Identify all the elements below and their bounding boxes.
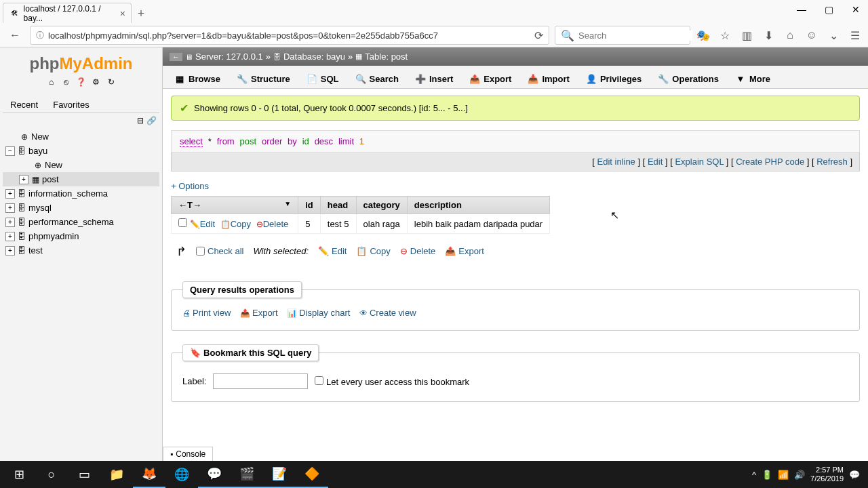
tree-new[interactable]: ⊕ New bbox=[3, 129, 159, 144]
bulk-export-button[interactable]: 📤Export bbox=[445, 246, 484, 256]
skype-icon[interactable]: 💬 bbox=[198, 461, 231, 488]
create-view-link[interactable]: 👁Create view bbox=[359, 308, 416, 318]
system-tray[interactable]: ^ 🔋 📶 🔊 2:57 PM 7/26/2019 💬 bbox=[752, 466, 865, 483]
collapse-all-icon[interactable]: ⊟ bbox=[137, 116, 144, 125]
expand-icon[interactable]: + bbox=[5, 218, 15, 227]
bulk-delete-button[interactable]: ⊖Delete bbox=[400, 246, 436, 256]
create-php-link[interactable]: Create PHP code bbox=[736, 157, 804, 167]
favorites-tab[interactable]: Favorites bbox=[45, 96, 96, 113]
home-icon[interactable]: ⌂ bbox=[783, 28, 797, 43]
row-checkbox[interactable] bbox=[178, 218, 187, 227]
tab-insert[interactable]: ➕Insert bbox=[408, 68, 460, 88]
logout-icon[interactable]: ⎋ bbox=[60, 76, 73, 88]
tab-privileges[interactable]: 👤Privileges bbox=[578, 68, 649, 88]
browser-search[interactable]: 🔍 bbox=[555, 26, 690, 45]
print-view-link[interactable]: 🖨Print view bbox=[182, 308, 231, 318]
tray-chevron-icon[interactable]: ^ bbox=[752, 470, 756, 480]
clock[interactable]: 2:57 PM 7/26/2019 bbox=[810, 466, 844, 483]
collapse-icon[interactable]: − bbox=[5, 146, 15, 156]
firefox-icon[interactable]: 🦊 bbox=[133, 461, 165, 488]
tree-db-mysql[interactable]: + 🗄 mysql bbox=[3, 201, 159, 215]
breadcrumb-back-icon[interactable]: ← bbox=[170, 53, 182, 61]
cell-description[interactable]: lebih baik padam daripada pudar bbox=[407, 214, 549, 234]
edit-inline-link[interactable]: Edit inline bbox=[597, 157, 635, 167]
bc-server[interactable]: Server: 127.0.0.1 bbox=[195, 52, 263, 62]
maximize-button[interactable]: ▢ bbox=[819, 3, 838, 16]
battery-icon[interactable]: 🔋 bbox=[762, 470, 772, 480]
tab-import[interactable]: 📥Import bbox=[520, 68, 576, 88]
xampp-icon[interactable]: 🔶 bbox=[296, 461, 328, 488]
edit-link[interactable]: Edit bbox=[648, 157, 663, 167]
row-edit-button[interactable]: ✏️Edit bbox=[190, 219, 215, 229]
tab-more[interactable]: ▼More bbox=[728, 68, 778, 88]
display-chart-link[interactable]: 📊Display chart bbox=[287, 308, 350, 318]
url-input[interactable] bbox=[48, 30, 534, 41]
col-id[interactable]: id bbox=[298, 197, 321, 214]
expand-icon[interactable]: + bbox=[5, 203, 15, 213]
tree-db-phpmyadmin[interactable]: + 🗄 phpmyadmin bbox=[3, 229, 159, 243]
close-window-button[interactable]: ✕ bbox=[846, 3, 865, 16]
settings-icon[interactable]: ⚙ bbox=[90, 76, 102, 88]
tree-db-performance-schema[interactable]: + 🗄 performance_schema bbox=[3, 215, 159, 229]
account-icon[interactable]: ☺ bbox=[804, 28, 819, 43]
browser-tab[interactable]: 🛠 localhost / 127.0.0.1 / bay... × bbox=[3, 3, 132, 23]
options-toggle[interactable]: + Options bbox=[171, 181, 209, 191]
cell-category[interactable]: olah raga bbox=[356, 214, 407, 234]
cortana-button[interactable]: ○ bbox=[35, 461, 68, 488]
new-tab-button[interactable]: + bbox=[132, 4, 151, 23]
cell-head[interactable]: test 5 bbox=[320, 214, 356, 234]
wifi-icon[interactable]: 📶 bbox=[778, 470, 789, 480]
link-icon[interactable]: 🔗 bbox=[146, 116, 157, 125]
bookmark-star-icon[interactable]: ☆ bbox=[717, 28, 732, 43]
refresh-link[interactable]: Refresh bbox=[816, 157, 848, 167]
expand-icon[interactable]: + bbox=[5, 232, 15, 241]
tab-structure[interactable]: 🔧Structure bbox=[229, 68, 298, 88]
check-all-checkbox[interactable] bbox=[196, 247, 205, 256]
minimize-button[interactable]: — bbox=[792, 3, 811, 16]
tab-operations[interactable]: 🔧Operations bbox=[650, 68, 726, 88]
expand-icon[interactable]: + bbox=[5, 189, 15, 199]
tab-search[interactable]: 🔍Search bbox=[348, 68, 406, 88]
row-copy-button[interactable]: 📋Copy bbox=[220, 219, 251, 229]
pma-logo[interactable]: phpMyAdmin ⌂ ⎋ ❓ ⚙ ↻ bbox=[3, 52, 159, 92]
task-view-button[interactable]: ▭ bbox=[68, 461, 100, 488]
expand-icon[interactable]: + bbox=[19, 175, 28, 184]
notifications-icon[interactable]: 💬 bbox=[849, 470, 860, 480]
bc-database[interactable]: Database: bayu bbox=[283, 52, 345, 62]
explain-sql-link[interactable]: Explain SQL bbox=[675, 157, 724, 167]
reload-nav-icon[interactable]: ↻ bbox=[105, 76, 117, 88]
row-delete-button[interactable]: ⊖Delete bbox=[256, 219, 289, 229]
bookmark-public-checkbox[interactable] bbox=[315, 376, 323, 385]
start-button[interactable]: ⊞ bbox=[3, 461, 35, 488]
search-input[interactable] bbox=[578, 30, 692, 41]
home-link-icon[interactable]: ⌂ bbox=[45, 76, 58, 88]
bulk-edit-button[interactable]: ✏️Edit bbox=[318, 246, 347, 256]
library-icon[interactable]: ▥ bbox=[739, 28, 754, 43]
sublime-icon[interactable]: 📝 bbox=[263, 461, 296, 488]
volume-icon[interactable]: 🔊 bbox=[794, 470, 805, 480]
recent-tab[interactable]: Recent bbox=[3, 96, 45, 113]
tab-close-icon[interactable]: × bbox=[120, 8, 125, 19]
file-explorer-icon[interactable]: 📁 bbox=[100, 461, 133, 488]
console-toggle[interactable]: ▪ Console bbox=[163, 447, 213, 461]
bc-table[interactable]: Table: post bbox=[365, 52, 408, 62]
url-bar[interactable]: ⓘ ⟳ bbox=[30, 26, 549, 45]
export-link[interactable]: 📤Export bbox=[240, 308, 278, 318]
bulk-copy-button[interactable]: 📋Copy bbox=[356, 246, 390, 256]
site-info-icon[interactable]: ⓘ bbox=[36, 30, 44, 41]
tab-export[interactable]: 📤Export bbox=[462, 68, 519, 88]
tree-bayu-new[interactable]: ⊕ New bbox=[3, 158, 159, 172]
downloads-icon[interactable]: ⬇ bbox=[761, 28, 776, 43]
chrome-icon[interactable]: 🌐 bbox=[165, 461, 198, 488]
mask-icon[interactable]: 🎭 bbox=[696, 28, 711, 43]
tree-db-bayu[interactable]: − 🗄 bayu bbox=[3, 144, 159, 158]
tree-db-test[interactable]: + 🗄 test bbox=[3, 243, 159, 258]
tree-table-post[interactable]: + ▦ post bbox=[3, 172, 159, 186]
tab-browse[interactable]: ▦Browse bbox=[167, 68, 228, 88]
tree-db-information-schema[interactable]: + 🗄 information_schema bbox=[3, 186, 159, 201]
docs-icon[interactable]: ❓ bbox=[75, 76, 87, 88]
cell-id[interactable]: 5 bbox=[298, 214, 321, 234]
camtasia-icon[interactable]: 🎬 bbox=[231, 461, 263, 488]
pocket-icon[interactable]: ⌄ bbox=[826, 28, 841, 43]
back-button[interactable]: ← bbox=[5, 26, 24, 45]
